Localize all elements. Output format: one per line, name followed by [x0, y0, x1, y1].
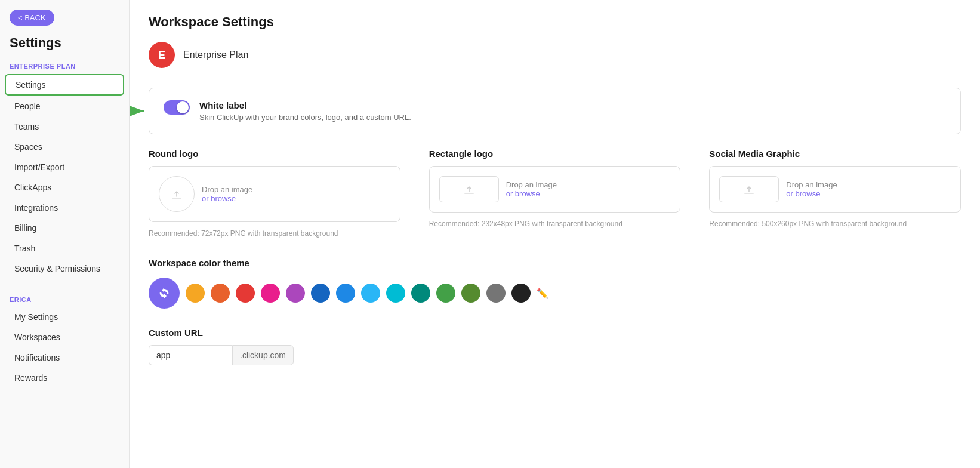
sidebar-item-trash[interactable]: Trash [5, 239, 124, 258]
white-label-toggle[interactable] [164, 100, 190, 115]
workspace-header: E Enterprise Plan [149, 42, 961, 78]
main-content: Workspace Settings E Enterprise Plan Whi… [130, 0, 980, 468]
white-label-text: White label Skin ClickUp with your brand… [199, 100, 411, 122]
back-button[interactable]: < BACK [10, 10, 54, 26]
social-media-browse[interactable]: or browse [786, 189, 837, 198]
color-swatch-dark-green[interactable] [461, 284, 480, 303]
sidebar-item-workspaces[interactable]: Workspaces [5, 328, 124, 347]
erica-section-label: ERICA [0, 291, 129, 307]
green-arrow-indicator [130, 100, 149, 122]
rectangle-logo-browse[interactable]: or browse [506, 189, 557, 198]
sidebar-divider [10, 285, 119, 285]
custom-color-icon[interactable]: ✏️ [537, 288, 548, 299]
rectangle-logo-section: Rectangle logo Drop an image or browse R… [429, 149, 681, 239]
svg-rect-4 [744, 193, 754, 194]
workspace-name: Enterprise Plan [183, 50, 248, 60]
custom-url-title: Custom URL [149, 328, 961, 338]
round-logo-drop-text: Drop an image or browse [202, 185, 252, 203]
round-logo-browse[interactable]: or browse [202, 194, 252, 203]
social-media-title: Social Media Graphic [709, 149, 961, 159]
color-swatch-cyan[interactable] [386, 284, 405, 303]
social-media-drop-text: Drop an image or browse [786, 180, 837, 198]
rectangle-logo-title: Rectangle logo [429, 149, 681, 159]
sidebar-title: Settings [0, 35, 129, 58]
color-swatch-black[interactable] [511, 284, 531, 303]
sidebar-item-spaces[interactable]: Spaces [5, 137, 124, 156]
enterprise-section-label: ENTERPRISE PLAN [0, 58, 129, 73]
logos-row: Round logo Drop an image or browse Recom… [149, 149, 961, 239]
upload-icon-rect [462, 182, 476, 196]
svg-rect-3 [464, 193, 474, 194]
color-theme-title: Workspace color theme [149, 258, 961, 268]
color-swatches: ✏️ [149, 278, 961, 309]
round-logo-recommendation: Recommended: 72x72px PNG with transparen… [149, 228, 400, 239]
rectangle-logo-drop-text: Drop an image or browse [506, 180, 557, 198]
white-label-title: White label [199, 100, 411, 110]
color-swatch-dark-blue[interactable] [311, 284, 330, 303]
color-swatch-purple[interactable] [286, 284, 305, 303]
white-label-card: White label Skin ClickUp with your brand… [149, 88, 961, 134]
upload-icon [170, 187, 184, 201]
page-title: Workspace Settings [149, 14, 961, 30]
color-swatch-green[interactable] [436, 284, 455, 303]
rectangle-logo-placeholder [439, 176, 499, 202]
sidebar-item-my-settings[interactable]: My Settings [5, 307, 124, 327]
color-swatch-orange[interactable] [186, 284, 205, 303]
round-logo-drop-area[interactable]: Drop an image or browse [149, 166, 400, 222]
color-swatch-gray[interactable] [486, 284, 506, 303]
swap-arrows-icon [158, 287, 171, 300]
color-swatch-orange-red[interactable] [211, 284, 230, 303]
social-media-drop-area[interactable]: Drop an image or browse [709, 166, 961, 213]
sidebar-item-settings[interactable]: Settings [5, 74, 124, 96]
url-input-row: .clickup.com [149, 345, 961, 365]
sidebar-item-people[interactable]: People [5, 97, 124, 116]
sidebar-item-import-export[interactable]: Import/Export [5, 158, 124, 177]
color-swatch-teal[interactable] [411, 284, 430, 303]
social-media-recommendation: Recommended: 500x260px PNG with transpar… [709, 218, 961, 229]
color-swatch-blue[interactable] [336, 284, 355, 303]
white-label-description: Skin ClickUp with your brand colors, log… [199, 113, 411, 122]
sidebar-item-teams[interactable]: Teams [5, 117, 124, 136]
social-media-graphic-section: Social Media Graphic Drop an image or br… [709, 149, 961, 239]
sidebar-item-rewards[interactable]: Rewards [5, 368, 124, 387]
url-suffix: .clickup.com [232, 345, 294, 365]
svg-rect-2 [172, 198, 181, 199]
sidebar-item-security[interactable]: Security & Permissions [5, 259, 124, 278]
color-swatch-red[interactable] [236, 284, 255, 303]
sidebar-item-billing[interactable]: Billing [5, 218, 124, 238]
sidebar-item-integrations[interactable]: Integrations [5, 198, 124, 217]
rectangle-logo-recommendation: Recommended: 232x48px PNG with transpare… [429, 218, 681, 229]
round-logo-title: Round logo [149, 149, 400, 159]
rectangle-logo-drop-area[interactable]: Drop an image or browse [429, 166, 681, 213]
social-media-placeholder [719, 176, 779, 202]
active-color-swatch[interactable] [149, 278, 180, 309]
sidebar: < BACK Settings ENTERPRISE PLAN Settings… [0, 0, 130, 468]
workspace-avatar: E [149, 42, 175, 68]
color-swatch-light-blue[interactable] [361, 284, 380, 303]
round-logo-placeholder [159, 176, 195, 212]
sidebar-item-notifications[interactable]: Notifications [5, 348, 124, 367]
sidebar-item-clickapps[interactable]: ClickApps [5, 178, 124, 197]
custom-url-input[interactable] [149, 345, 232, 365]
upload-icon-social [742, 182, 756, 196]
color-swatch-pink[interactable] [261, 284, 280, 303]
round-logo-section: Round logo Drop an image or browse Recom… [149, 149, 400, 239]
